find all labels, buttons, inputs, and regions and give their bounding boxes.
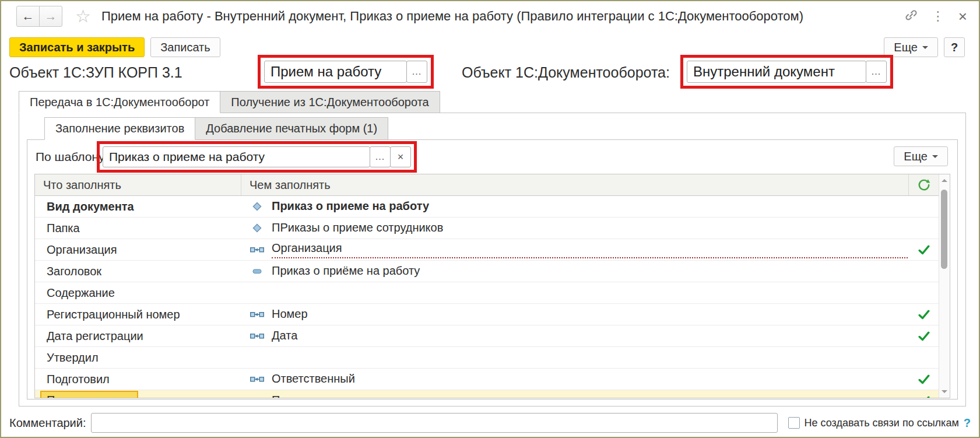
more-button-label: Еще bbox=[894, 41, 918, 54]
annotation-box-zup: ... bbox=[258, 55, 434, 89]
table-row[interactable]: ПодразделениеПодразделение bbox=[35, 390, 939, 398]
check-icon bbox=[909, 374, 939, 384]
forward-icon: → bbox=[45, 9, 57, 23]
annotation-box-doc: ... bbox=[680, 55, 893, 89]
title-actions: ⋮ × bbox=[905, 9, 967, 24]
template-input[interactable] bbox=[103, 146, 370, 167]
row-what-cell[interactable]: Организация bbox=[35, 243, 241, 257]
row-with-cell[interactable]: Организация bbox=[241, 241, 909, 258]
zup-object-input[interactable] bbox=[264, 61, 407, 83]
comment-label: Комментарий: bbox=[9, 416, 86, 430]
table-row[interactable]: ОрганизацияОрганизация bbox=[35, 239, 939, 261]
tab-print-forms[interactable]: Добавление печатных форм (1) bbox=[195, 117, 388, 140]
row-what-cell[interactable]: Подготовил bbox=[35, 373, 241, 386]
close-icon[interactable]: × bbox=[958, 9, 967, 24]
table-row[interactable]: Вид документаПриказ о приеме на работу bbox=[35, 196, 939, 218]
row-with-cell[interactable]: Приказ о приеме на работу bbox=[241, 199, 909, 213]
row-with-cell[interactable]: Ответственный bbox=[241, 372, 909, 386]
column-header-with[interactable]: Чем заполнять bbox=[241, 174, 908, 195]
row-with-value: Ответственный bbox=[272, 372, 355, 386]
doc-picker-button[interactable]: ... bbox=[866, 61, 887, 83]
table-row[interactable]: Регистрационный номерНомер bbox=[35, 304, 939, 325]
mapping-icon bbox=[250, 332, 265, 340]
row-with-cell[interactable]: Дата bbox=[241, 329, 909, 343]
row-with-cell[interactable]: ПРиказы о приеме сотрудников bbox=[241, 221, 909, 235]
refresh-icon[interactable] bbox=[908, 174, 939, 195]
check-icon bbox=[909, 331, 939, 341]
title-bar: ← → ☆ Прием на работу - Внутренний докум… bbox=[16, 5, 967, 28]
row-what-cell[interactable]: Регистрационный номер bbox=[35, 308, 241, 321]
zup-object-combo: ... bbox=[264, 61, 427, 83]
row-with-value: ПРиказы о приеме сотрудников bbox=[272, 221, 443, 235]
diamond-icon bbox=[250, 223, 265, 233]
template-combo: ... × bbox=[103, 146, 411, 167]
row-what-cell[interactable]: Вид документа bbox=[35, 200, 241, 213]
chevron-down-icon bbox=[932, 155, 938, 161]
dash-icon bbox=[250, 267, 265, 276]
table-row[interactable]: ПапкаПРиказы о приеме сотрудников bbox=[35, 218, 939, 239]
save-button[interactable]: Записать bbox=[150, 37, 220, 57]
footer-bar: Комментарий: Не создавать связи по ссылк… bbox=[9, 411, 971, 435]
table-row[interactable]: ЗаголовокПриказ о приёме на работу bbox=[35, 261, 939, 282]
mapping-table: Что заполнять Чем заполнять Вид документ… bbox=[34, 174, 950, 398]
check-icon bbox=[909, 245, 939, 255]
vertical-scrollbar[interactable] bbox=[939, 174, 950, 398]
main-tab-strip: Передача в 1С:Документооборот Получение … bbox=[19, 91, 440, 113]
save-and-close-button[interactable]: Записать и закрыть bbox=[9, 37, 145, 57]
no-links-checkbox[interactable] bbox=[788, 417, 800, 429]
table-row[interactable]: Содержание bbox=[35, 282, 939, 304]
back-button[interactable]: ← bbox=[16, 6, 40, 27]
row-what-cell[interactable]: Дата регистрации bbox=[35, 330, 241, 343]
column-header-what[interactable]: Что заполнять bbox=[35, 174, 241, 195]
doc-object-combo: ... bbox=[687, 61, 887, 83]
mapping-icon bbox=[250, 375, 265, 383]
more-button[interactable]: Еще bbox=[884, 37, 938, 57]
row-what-cell[interactable]: Папка bbox=[35, 222, 241, 235]
scrollbar-thumb[interactable] bbox=[941, 190, 947, 269]
table-row[interactable]: Дата регистрацииДата bbox=[35, 325, 939, 347]
row-with-value: Номер bbox=[272, 307, 308, 321]
tab-receive-from-do[interactable]: Получение из 1С:Документооборота bbox=[220, 91, 440, 113]
diamond-icon bbox=[250, 202, 265, 211]
favorite-star-icon[interactable]: ☆ bbox=[75, 8, 91, 25]
tab-transfer-to-do[interactable]: Передача в 1С:Документооборот bbox=[19, 91, 220, 113]
back-icon: ← bbox=[22, 9, 34, 23]
row-what-cell[interactable]: Содержание bbox=[35, 286, 241, 300]
check-icon bbox=[909, 310, 939, 320]
tab-fill-requisites[interactable]: Заполнение реквизитов bbox=[44, 117, 195, 140]
template-picker-button[interactable]: ... bbox=[370, 146, 391, 167]
table-row[interactable]: Утвердил bbox=[35, 347, 939, 369]
row-what-cell[interactable]: Заголовок bbox=[35, 265, 241, 278]
help-button[interactable]: ? bbox=[944, 37, 965, 57]
row-what-cell[interactable]: Утвердил bbox=[35, 351, 241, 365]
scroll-down-icon[interactable] bbox=[942, 390, 947, 393]
table-body: Вид документаПриказ о приеме на работуПа… bbox=[35, 196, 950, 398]
table-row[interactable]: ПодготовилОтветственный bbox=[35, 369, 939, 390]
row-with-cell[interactable]: Номер bbox=[241, 307, 909, 321]
forward-button[interactable]: → bbox=[39, 6, 62, 27]
doc-object-input[interactable] bbox=[687, 61, 866, 83]
row-with-cell[interactable]: Приказ о приёме на работу bbox=[241, 264, 909, 278]
row-what-cell[interactable]: Подразделение bbox=[35, 391, 241, 398]
fill-requisites-panel: По шаблону ... × Еще Что заполнять Чем з… bbox=[27, 139, 958, 400]
no-links-checkbox-label: Не создавать связи по ссылкам bbox=[805, 417, 959, 429]
annotation-box-template: ... × bbox=[97, 141, 417, 173]
mapping-icon bbox=[250, 310, 265, 318]
link-icon[interactable] bbox=[905, 9, 918, 24]
inner-tab-strip: Заполнение реквизитов Добавление печатны… bbox=[44, 117, 388, 140]
zup-object-label: Объект 1С:ЗУП КОРП 3.1 bbox=[9, 64, 182, 81]
page-title: Прием на работу - Внутренний документ, П… bbox=[101, 9, 898, 24]
kebab-menu-icon[interactable]: ⋮ bbox=[932, 10, 944, 23]
zup-picker-button[interactable]: ... bbox=[406, 61, 427, 83]
scroll-up-icon[interactable] bbox=[942, 179, 947, 182]
header-fields-row: Объект 1С:ЗУП КОРП 3.1 ... Объект 1С:Док… bbox=[1, 55, 979, 90]
mapping-icon bbox=[250, 397, 265, 398]
row-with-cell[interactable]: Подразделение bbox=[241, 394, 909, 398]
table-more-button[interactable]: Еще bbox=[894, 146, 948, 166]
row-with-value: Подразделение bbox=[272, 394, 357, 398]
row-with-value: Приказ о приеме на работу bbox=[272, 199, 429, 213]
template-clear-button[interactable]: × bbox=[390, 146, 411, 167]
checkbox-help-icon[interactable]: ? bbox=[964, 416, 971, 430]
comment-input[interactable] bbox=[91, 413, 778, 433]
table-header: Что заполнять Чем заполнять bbox=[35, 174, 939, 196]
